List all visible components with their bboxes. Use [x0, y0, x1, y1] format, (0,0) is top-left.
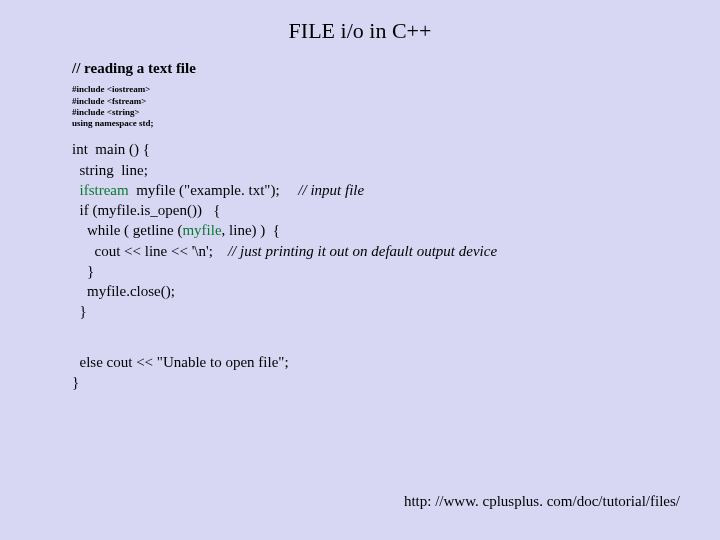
- code-text: myfile ("example. txt");: [129, 182, 299, 198]
- code-line: }: [72, 263, 94, 279]
- include-line: #include <fstream>: [72, 96, 720, 107]
- include-line: using namespace std;: [72, 118, 720, 129]
- preprocessor-block: #include <iostream> #include <fstream> #…: [72, 84, 720, 129]
- code-block: int main () { string line; ifstream myfi…: [72, 139, 720, 392]
- code-text: , line) ) {: [222, 222, 280, 238]
- content-area: // reading a text file #include <iostrea…: [0, 44, 720, 392]
- include-line: #include <iostream>: [72, 84, 720, 95]
- keyword-ifstream: ifstream: [72, 182, 129, 198]
- code-line: myfile.close();: [72, 283, 175, 299]
- code-text: cout << line << '\n';: [72, 243, 228, 259]
- code-line: string line;: [72, 162, 148, 178]
- source-url: http: //www. cplusplus. com/doc/tutorial…: [404, 493, 680, 510]
- code-line: }: [72, 303, 87, 319]
- code-text: while ( getline (: [72, 222, 182, 238]
- include-line: #include <string>: [72, 107, 720, 118]
- keyword-myfile: myfile: [182, 222, 221, 238]
- code-line: else cout << "Unable to open file";: [72, 354, 289, 370]
- code-line: }: [72, 374, 79, 390]
- comment-heading: // reading a text file: [72, 58, 720, 78]
- inline-comment: // input file: [298, 182, 364, 198]
- inline-comment: // just printing it out on default outpu…: [228, 243, 497, 259]
- page-title: FILE i/o in C++: [0, 0, 720, 44]
- code-line: if (myfile.is_open()) {: [72, 202, 220, 218]
- code-line: int main () {: [72, 141, 150, 157]
